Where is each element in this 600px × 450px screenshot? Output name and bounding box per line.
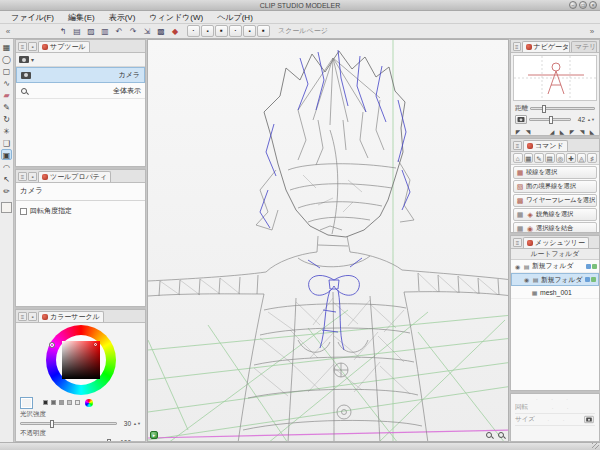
menu-help[interactable]: ヘルプ(H) <box>210 12 260 23</box>
visibility-icon[interactable]: ◉ <box>514 263 521 270</box>
chip-3[interactable] <box>59 400 64 405</box>
tab-command[interactable]: コマンド <box>523 140 568 151</box>
slider-handle[interactable] <box>50 420 54 428</box>
chevron-down-icon[interactable]: ▾ <box>31 56 34 63</box>
distance-slider[interactable] <box>530 107 595 110</box>
cube-tool-icon[interactable]: ▢ <box>1 65 12 76</box>
current-color-swatch[interactable] <box>1 202 12 213</box>
new-file-icon[interactable]: ▤ <box>71 25 83 37</box>
zoom-slider[interactable] <box>529 118 571 121</box>
visibility-icon[interactable]: ◉ <box>523 276 530 283</box>
delete-icon[interactable]: ◆ <box>169 25 181 37</box>
view-mode-1-icon[interactable]: ▪ <box>229 25 242 37</box>
sv-marker[interactable] <box>94 343 97 346</box>
close-button[interactable]: × <box>589 1 597 9</box>
stepper[interactable]: ▲▼ <box>133 422 141 425</box>
tab-subtool[interactable]: サブツール <box>38 41 90 52</box>
edit-icon[interactable]: ✎ <box>534 153 544 163</box>
gloss-slider[interactable] <box>20 422 117 425</box>
cam-angle-3-icon[interactable]: ◤ <box>568 128 576 135</box>
cam-angle-1-icon[interactable]: ◢ <box>548 128 556 135</box>
menu-view[interactable]: 表示(V) <box>102 12 143 23</box>
material-badge-icon[interactable] <box>585 277 590 282</box>
command-select-wireframe[interactable]: ▩ ワイヤーフレームを選択 <box>513 194 597 207</box>
cam-angle-4-icon[interactable]: ◥ <box>578 128 586 135</box>
tab-material[interactable]: マテリアル <box>571 41 597 52</box>
checkbox[interactable] <box>20 208 27 215</box>
view-size-1-icon[interactable]: ▪ <box>187 25 200 37</box>
panel-menu-icon[interactable]: ≡ <box>18 42 27 51</box>
brush-tool-icon[interactable]: ✳ <box>1 125 12 136</box>
camera-tool-icon[interactable]: ▣ <box>1 149 12 160</box>
pen-tool-icon[interactable]: ✎ <box>1 101 12 112</box>
view-size-3-icon[interactable]: ▪ <box>215 25 228 37</box>
camera-zoom-button[interactable] <box>515 115 527 124</box>
command-select-edges[interactable]: ▦ 稜線を選択 <box>513 166 597 179</box>
layers-icon[interactable]: ▤ <box>545 153 555 163</box>
zoom-out-icon[interactable] <box>498 432 504 438</box>
panel-pin-icon[interactable]: ▪ <box>28 42 37 51</box>
target-icon[interactable]: ◎ <box>556 153 566 163</box>
selected-color-swatch[interactable] <box>20 397 33 409</box>
cam-angle-5-icon[interactable]: ◣ <box>588 128 596 135</box>
navigator-preview[interactable] <box>513 55 597 101</box>
option-rotation-angle[interactable]: 回転角度指定 <box>16 203 145 219</box>
command-join-selected-edges[interactable]: ▦ ◉ 選択線を結合 <box>513 222 597 232</box>
slider-handle[interactable] <box>542 105 546 113</box>
rainbow-picker-icon[interactable] <box>85 399 93 407</box>
toolbar-scroll-right[interactable]: » <box>587 27 597 36</box>
stepper[interactable]: ▲▼ <box>587 118 595 121</box>
undo-icon[interactable]: ↶ <box>113 25 125 37</box>
pencil-tool-icon[interactable]: ✏ <box>1 185 12 196</box>
back-icon[interactable]: ↰ <box>57 25 69 37</box>
cam-preset-back-icon[interactable]: ◥ <box>524 128 532 135</box>
menu-file[interactable]: ファイル(F) <box>4 12 61 23</box>
rotate-row[interactable]: 回転 · · <box>515 402 595 414</box>
chip-5[interactable] <box>75 400 80 405</box>
size-row[interactable]: サイズ · · <box>515 414 595 426</box>
subtool-item-camera[interactable]: カメラ <box>16 67 145 83</box>
view-size-2-icon[interactable]: ▪ <box>201 25 214 37</box>
chip-1[interactable] <box>43 400 48 405</box>
eraser-tool-icon[interactable]: ▰ <box>1 89 12 100</box>
window-tool-icon[interactable]: ▦ <box>1 41 12 52</box>
lasso-tool-icon[interactable]: ∿ <box>1 77 12 88</box>
tab-color-circle[interactable]: カラーサークル <box>38 311 104 322</box>
zoom-in-icon[interactable] <box>486 432 492 438</box>
slider-handle[interactable] <box>107 439 111 441</box>
saturation-value-square[interactable] <box>62 341 100 379</box>
command-select-face-boundary[interactable]: ▧ 面の境界線を選択 <box>513 180 597 193</box>
chip-4[interactable] <box>67 400 72 405</box>
orbit-tool-icon[interactable]: ◯ <box>1 53 12 64</box>
object-tool-icon[interactable]: ❑ <box>1 137 12 148</box>
flip-icon[interactable] <box>584 416 594 423</box>
panel-pin-icon[interactable]: ▪ <box>28 312 37 321</box>
root-folder-header[interactable]: ルートフォルダ <box>511 249 599 260</box>
panel-menu-icon[interactable]: ≡ <box>18 312 27 321</box>
subtool-group-row[interactable]: ▾ <box>16 53 145 67</box>
panel-menu-icon[interactable]: ≡ <box>18 172 27 181</box>
view-mode-3-icon[interactable]: ▪ <box>257 25 270 37</box>
view-mode-2-icon[interactable]: ▪ <box>243 25 256 37</box>
toolbar-scroll-left[interactable]: « <box>3 27 13 36</box>
command-select-sharp-edges[interactable]: ▦ ◈ 鋭角線を選択 <box>513 208 597 221</box>
tree-node-folder[interactable]: ◉ ▤ 新規フォルダ <box>511 260 599 273</box>
viewport-canvas[interactable]: ▸ <box>147 39 509 442</box>
tab-mesh-tree[interactable]: メッシュツリー <box>523 237 589 248</box>
redo-icon[interactable]: ↷ <box>127 25 139 37</box>
mesh-icon[interactable]: ▦ <box>524 153 534 163</box>
panel-menu-icon[interactable]: ≡ <box>513 42 521 51</box>
material-badge-icon[interactable] <box>586 264 591 269</box>
home-icon[interactable]: ⌂ <box>513 153 523 163</box>
chip-2[interactable] <box>51 400 56 405</box>
panel-menu-icon[interactable]: ≡ <box>513 238 522 247</box>
resize-grip[interactable] <box>592 443 599 449</box>
cam-preset-front-icon[interactable]: ◤ <box>514 128 522 135</box>
save-icon[interactable]: ▥ <box>99 25 111 37</box>
tab-tool-property[interactable]: ツールプロパティ <box>38 171 111 182</box>
minimize-button[interactable]: − <box>569 1 577 9</box>
add-icon[interactable]: ✚ <box>566 153 576 163</box>
triangle-icon[interactable]: ◬ <box>577 153 587 163</box>
slider-handle[interactable] <box>549 116 553 124</box>
settings-icon[interactable]: ♯ <box>587 153 597 163</box>
